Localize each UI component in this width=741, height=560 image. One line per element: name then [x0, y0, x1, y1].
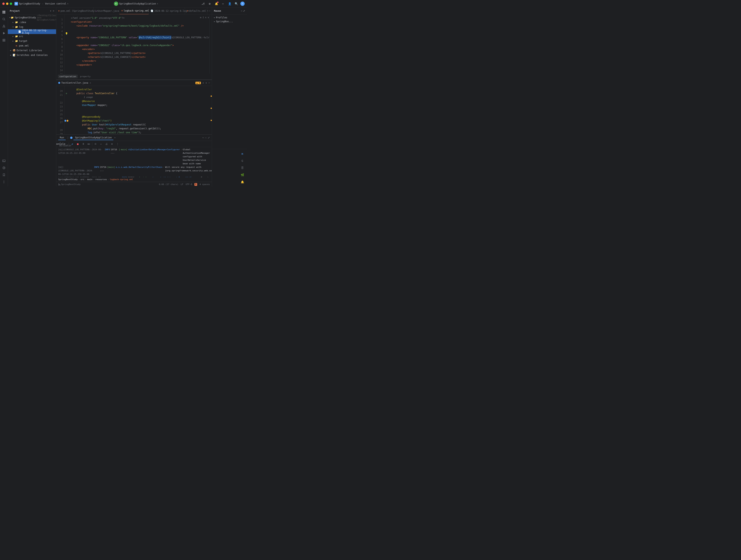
status-bar: SpringBootStudy 6:66 (17 chars) LF UTF-8…	[56, 182, 212, 187]
status-encoding[interactable]: UTF-8	[186, 183, 192, 186]
sidebar-icon-git[interactable]	[1, 23, 7, 29]
run-panel-expand[interactable]: ⤢	[208, 136, 210, 139]
notification-icon-btn[interactable]: 🔔	[214, 1, 219, 6]
right-btn-db[interactable]: 🗄	[239, 165, 246, 171]
testcontroller-close[interactable]: ×	[90, 82, 91, 84]
editor-up-btn[interactable]: ∧	[205, 16, 207, 19]
sidebar-icon-project[interactable]	[1, 9, 7, 15]
code-line-5	[71, 32, 208, 36]
line-numbers-top: 1 2 3 4 5 6 7 8 9 10 11 12 13	[56, 14, 64, 74]
maven-item-profiles[interactable]: ▶ Profiles	[212, 16, 247, 19]
sidebar-icon-more[interactable]	[1, 179, 7, 185]
tree-item-ext-libs[interactable]: ▶ 📦 External Libraries	[8, 48, 56, 53]
more-icon-btn[interactable]: ⋯	[220, 1, 225, 6]
bottom-up-btn[interactable]: ∧	[202, 81, 204, 84]
scroll-btn[interactable]: ↓	[99, 142, 103, 146]
tree-item-pom[interactable]: m pom.xml	[8, 44, 56, 48]
run-more-btn[interactable]: ⋮	[115, 142, 120, 146]
svg-rect-3	[4, 12, 5, 13]
filter-btn[interactable]: ⊟	[93, 142, 98, 146]
code-line-b-28: MDC.put(key: "reqId", request.getSession…	[71, 127, 210, 131]
tab-pom-xml[interactable]: ⚙ pom.xml (SpringBootStudy) ×	[56, 7, 93, 14]
profile-avatar[interactable]: U	[241, 2, 245, 6]
status-line-col[interactable]: 6:66 (17 chars)	[159, 183, 178, 186]
tree-item-root[interactable]: ▼ 📁 SpringBootStudy ~/Desktop/CS/JavaEE/…	[8, 15, 56, 20]
status-line-ending[interactable]: LF	[181, 183, 183, 186]
sidebar-icon-bookmark[interactable]	[1, 172, 7, 178]
run-button[interactable]: ▶	[114, 2, 118, 6]
run-panel-more[interactable]: ⋯	[202, 136, 204, 139]
tab-log-file[interactable]: 📄 2024-06-12-spring-0.log ×	[149, 7, 185, 14]
run-panel-minimize[interactable]: —	[205, 136, 207, 139]
status-git-branch[interactable]: SpringBootStudy	[58, 183, 80, 186]
sidebar-icon-search[interactable]	[1, 16, 7, 22]
git-branch-name: SpringBootStudy	[61, 183, 80, 186]
breadcrumb-logback[interactable]: logback-spring.xml	[110, 178, 133, 181]
scrollbar-top[interactable]	[209, 14, 212, 74]
actuator-tab-btn[interactable]: ⚡ Actuator	[63, 142, 68, 146]
panel-header-gear[interactable]: ⚙	[53, 10, 54, 12]
sidebar-icon-plugins[interactable]	[1, 37, 7, 44]
right-btn-notifications[interactable]: 🔔	[239, 179, 246, 185]
close-button[interactable]	[2, 3, 5, 5]
warning-badge: ▲ 4	[195, 82, 201, 84]
breadcrumb-resources[interactable]: resources	[95, 178, 107, 181]
breadcrumb-main[interactable]: main	[87, 178, 92, 181]
git-icon-btn[interactable]: ⎇	[200, 1, 206, 6]
scratches-icon: 📝	[12, 54, 16, 57]
tab-configuration[interactable]: configuration	[58, 75, 78, 78]
run-tab-run[interactable]: Run	[58, 135, 66, 140]
testcontroller-tab-label[interactable]: TestController.java	[61, 81, 88, 84]
tree-item-log-folder[interactable]: ▼ 📁 log	[8, 25, 56, 29]
maven-expand[interactable]: ⤢	[243, 10, 245, 12]
bottom-more-btn[interactable]: ⋯	[208, 81, 210, 84]
fullscreen-button[interactable]	[10, 3, 12, 5]
run-app-tab[interactable]: SpringBootStudyApplication ×	[70, 135, 116, 140]
tab-defaults[interactable]: ⚙ defaults.xml ×	[185, 7, 207, 14]
rerun-btn[interactable]: ↺	[70, 142, 74, 146]
search-icon-btn[interactable]: 🔍	[234, 1, 239, 6]
breadcrumb-src[interactable]: src	[80, 178, 84, 181]
run-gutter-icon[interactable]	[64, 120, 66, 122]
right-btn-spring[interactable]: 🌿	[239, 172, 246, 178]
lightbulb-icon[interactable]: 💡	[65, 32, 68, 35]
tab-property[interactable]: property	[79, 75, 92, 78]
tabs-more-btn[interactable]: ⋯	[207, 10, 212, 12]
maven-minimize[interactable]: —	[241, 10, 242, 12]
tree-item-log-file[interactable]: 📄 2024-06-12-spring-0.log	[8, 29, 56, 34]
print-btn[interactable]: 🖨	[105, 142, 109, 146]
settings-icon-btn[interactable]: ⚙	[207, 1, 212, 6]
folder-target-icon: 📁	[15, 40, 18, 43]
editor-down-btn[interactable]: ∨	[208, 16, 209, 19]
sidebar-icon-terminal[interactable]	[1, 158, 7, 164]
code-line-12: </encoder>	[71, 59, 208, 63]
status-indent[interactable]: 4 spaces	[200, 183, 210, 186]
svg-rect-2	[3, 12, 4, 13]
code-area-top[interactable]: <?xml version="1.0" encoding="UTF-8"?> <…	[68, 14, 209, 74]
run-tab-close[interactable]: ×	[114, 136, 116, 139]
tree-item-scratches[interactable]: ▶ 📝 Scratches and Consoles	[8, 53, 56, 58]
tab-usermapper[interactable]: ☕ UserMapper.java ×	[93, 7, 120, 14]
bottom-down-btn[interactable]: ∨	[206, 81, 207, 84]
code-area-bottom[interactable]: @Controller public class TestController …	[68, 86, 212, 134]
breadcrumb-root[interactable]: SpringBootStudy	[58, 178, 78, 181]
svg-point-22	[60, 185, 60, 185]
run-settings-btn[interactable]: ⚙	[110, 142, 114, 146]
sidebar-icon-run2[interactable]	[1, 165, 7, 171]
sidebar-icon-run[interactable]	[1, 30, 7, 37]
stop-btn[interactable]: ■	[76, 142, 80, 146]
user-icon-btn[interactable]: 👤	[227, 1, 232, 6]
right-btn-gradle[interactable]: G	[239, 158, 246, 164]
code-line-b-27: @GetMapping($"/test")	[71, 119, 210, 123]
tree-item-src[interactable]: ▶ 📁 src	[8, 34, 56, 39]
maven-item-spring[interactable]: ▶ SpringBoo...	[212, 19, 247, 23]
minimize-button[interactable]	[6, 3, 8, 5]
editor-content-bottom: 20 21 22 23 24 25 26 27 28 29	[56, 86, 212, 134]
tree-item-target[interactable]: ▶ 📁 target	[8, 39, 56, 44]
run-tab-app[interactable]: SpringBootStudyApplication	[73, 135, 113, 140]
right-btn-maven[interactable]: m	[239, 151, 246, 157]
step-btn[interactable]: ⏭	[86, 142, 91, 146]
debug-gutter-icon[interactable]	[67, 120, 68, 122]
pause-btn[interactable]: ⏸	[81, 142, 85, 146]
tab-logback[interactable]: ⚙ logback-spring.xml ×	[119, 7, 149, 14]
